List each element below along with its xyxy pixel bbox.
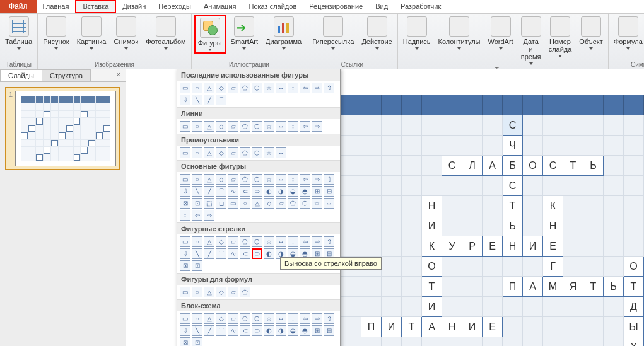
shape-option[interactable]: ⊡ [192, 337, 202, 346]
shape-option[interactable]: ○ [192, 83, 202, 93]
shape-option[interactable]: △ [204, 174, 214, 185]
shape-option[interactable]: ⌒ [216, 186, 226, 197]
shape-option[interactable]: ╲ [192, 248, 202, 259]
shape-option[interactable]: ╱ [204, 186, 214, 197]
shape-option[interactable]: ▭ [228, 198, 238, 209]
crossword-cell[interactable]: И [422, 216, 442, 236]
shape-option[interactable]: ☆ [264, 313, 274, 324]
shape-option[interactable]: ⇧ [324, 313, 334, 324]
crossword-cell[interactable]: Е [543, 236, 563, 257]
shape-option[interactable]: ⇨ [312, 83, 322, 93]
crossword-cell[interactable]: Е [483, 236, 503, 257]
shape-option[interactable]: ○ [192, 313, 202, 324]
crossword-cell[interactable]: И [382, 317, 402, 337]
shape-option[interactable]: ⇧ [324, 236, 334, 247]
shape-option[interactable]: ╲ [192, 186, 202, 197]
shape-option[interactable]: ⊂ [240, 325, 250, 336]
tab-view[interactable]: Вид [369, 0, 394, 13]
shape-option[interactable]: ⬠ [240, 287, 250, 297]
shape-option[interactable]: ⬡ [252, 174, 262, 185]
crossword-cell[interactable]: Г [543, 257, 563, 277]
shape-option[interactable]: △ [204, 83, 214, 93]
shape-option[interactable]: ◇ [216, 287, 226, 297]
shape-option[interactable]: △ [204, 236, 214, 247]
tab-review[interactable]: Рецензирование [303, 0, 369, 13]
crossword-cell[interactable]: О [523, 156, 543, 176]
tab-slideshow[interactable]: Показ слайдов [243, 0, 303, 13]
shape-option[interactable]: △ [204, 313, 214, 324]
crossword-cell[interactable]: Ь [604, 277, 624, 297]
shape-option[interactable]: ⊞ [312, 186, 322, 197]
shape-option[interactable]: ◐ [264, 325, 274, 336]
shape-option[interactable]: ◇ [216, 147, 226, 158]
shape-option[interactable]: ↔ [324, 198, 334, 209]
crossword-cell[interactable]: Т [563, 156, 583, 176]
shape-option[interactable]: ⇨ [312, 313, 322, 324]
shape-option[interactable]: ○ [240, 198, 250, 209]
shape-option[interactable]: ⇦ [192, 210, 202, 221]
datetime-button[interactable]: Дата и время [518, 15, 544, 66]
crossword-cell[interactable]: О [422, 257, 442, 277]
crossword-cell[interactable]: К [543, 196, 563, 216]
crossword-cell[interactable]: Я [563, 277, 583, 297]
crossword-cell[interactable]: И [422, 297, 442, 317]
shape-option[interactable]: ⬡ [252, 83, 262, 93]
shapes-dropdown[interactable]: Последние использованные фигуры▭○△◇▱⬠⬡☆↔… [177, 69, 341, 346]
shape-option[interactable]: ⬡ [252, 147, 262, 158]
tab-developer[interactable]: Разработчик [394, 0, 447, 13]
shape-option[interactable]: ⇦ [300, 83, 310, 93]
shape-option[interactable]: ○ [192, 174, 202, 185]
crossword-cell[interactable]: Н [422, 196, 442, 216]
shape-option[interactable]: ⬠ [240, 147, 250, 158]
crossword-cell[interactable]: Ы [624, 317, 644, 337]
shape-option[interactable]: ◇ [216, 83, 226, 93]
shape-option[interactable]: ⊂ [240, 186, 250, 197]
crossword-cell[interactable]: Т [402, 317, 422, 337]
shape-option[interactable]: ⇧ [324, 83, 334, 93]
wordart-button[interactable]: WordArt [486, 15, 516, 51]
shape-option[interactable]: ◓ [300, 186, 310, 197]
crossword-cell[interactable]: П [503, 277, 523, 297]
shape-option[interactable]: ▱ [228, 313, 238, 324]
chart-button[interactable]: Диаграмма [263, 15, 304, 51]
shape-option[interactable]: ⊂ [240, 248, 250, 259]
equation-button[interactable]: Формула [611, 15, 644, 51]
shape-option[interactable]: ⬠ [240, 121, 250, 132]
crossword-cell[interactable]: Д [624, 297, 644, 317]
shape-option[interactable]: ▭ [180, 287, 190, 297]
shape-option[interactable]: ☆ [264, 121, 274, 132]
shape-option[interactable]: ▭ [180, 236, 190, 247]
crossword-cell[interactable]: С [503, 115, 523, 136]
headerfooter-button[interactable]: Колонтитулы [436, 15, 483, 51]
crossword-cell[interactable]: Б [503, 156, 523, 176]
shape-option[interactable]: ⬠ [240, 313, 250, 324]
tab-design[interactable]: Дизайн [116, 0, 152, 13]
shape-option[interactable]: ▭ [180, 147, 190, 158]
shape-option[interactable]: ◓ [300, 325, 310, 336]
shape-option[interactable]: ▭ [180, 174, 190, 185]
shape-option[interactable]: ⇨ [312, 121, 322, 132]
shape-option[interactable]: ◇ [216, 121, 226, 132]
shape-option[interactable]: ⇦ [300, 174, 310, 185]
shape-option[interactable]: △ [252, 198, 262, 209]
shape-option[interactable]: ⬡ [252, 121, 262, 132]
shape-option[interactable]: △ [204, 147, 214, 158]
shape-option[interactable]: ↔ [276, 121, 286, 132]
shape-option[interactable]: ↕ [288, 83, 298, 93]
crossword-cell[interactable]: М [543, 277, 563, 297]
shape-option[interactable]: ∿ [228, 325, 238, 336]
crossword-cell[interactable]: О [624, 257, 644, 277]
photoalbum-button[interactable]: Фотоальбом [143, 15, 189, 51]
shape-option[interactable]: ▭ [180, 313, 190, 324]
shape-option[interactable]: ⊃ [252, 325, 262, 336]
shape-option[interactable]: ⬡ [252, 236, 262, 247]
shape-option[interactable]: ○ [192, 287, 202, 297]
shape-option[interactable]: ◐ [264, 186, 274, 197]
shape-option[interactable]: ↔ [276, 313, 286, 324]
shape-option[interactable]: ⬡ [300, 198, 310, 209]
shape-option[interactable]: ↕ [288, 121, 298, 132]
tab-animation[interactable]: Анимация [197, 0, 243, 13]
crossword-cell[interactable]: Л [462, 156, 483, 176]
shape-option[interactable]: ╱ [204, 95, 214, 105]
crossword-cell[interactable]: Х [624, 337, 644, 347]
